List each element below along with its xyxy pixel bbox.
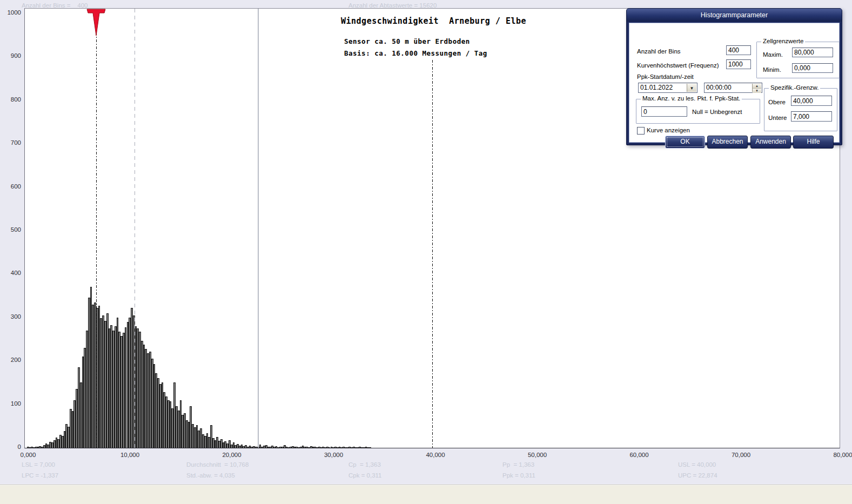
freq-field-label: Kurvenhöchstwert (Frequenz)	[637, 62, 719, 69]
maxpts-input[interactable]	[641, 106, 687, 117]
bins-field-label: Anzahl der Bins	[637, 48, 681, 55]
chart-subtitle-sensor: Sensor ca. 50 m über Erdboden	[344, 37, 470, 45]
y-tick-label: 1000	[2, 9, 21, 16]
max-label: Maxim.	[763, 51, 783, 58]
stat-std: Std.-abw. = 4,035	[186, 472, 235, 479]
min-input[interactable]	[792, 63, 833, 73]
x-tick-label: 0,000	[21, 452, 36, 458]
time-range-toolbar: 11.09.2021 00:00:00 ▲▼ ►◄ ◄► 1 0:00:00 ▼…	[0, 485, 852, 504]
histogram-parameter-dialog: Histogrammparameter Anzahl der Bins Kurv…	[626, 8, 842, 145]
help-button[interactable]: Hilfe	[793, 136, 834, 149]
apply-button[interactable]: Anwenden	[750, 136, 791, 149]
y-tick-label: 100	[2, 400, 21, 407]
lsl-marker-triangle	[86, 9, 106, 37]
y-tick-label: 900	[2, 52, 21, 59]
chart-title: Windgeschwindigkeit Arneburg / Elbe	[341, 16, 526, 26]
y-tick-label: 400	[2, 270, 21, 276]
lsl-line	[96, 11, 97, 448]
samples-note: Anzahl der Abtastwerte = 15620	[348, 2, 437, 9]
max-input[interactable]	[792, 48, 833, 57]
x-tick-label: 30,000	[324, 452, 343, 458]
y-tick-label: 500	[2, 226, 21, 233]
x-tick-label: 60,000	[629, 452, 648, 458]
x-tick-label: 50,000	[528, 452, 547, 458]
stat-cpk: Cpk = 0,311	[348, 472, 381, 479]
stat-mean: Durchschnitt = 10,768	[186, 461, 249, 468]
y-tick-label: 600	[2, 183, 21, 190]
y-tick-label: 200	[2, 357, 21, 363]
mean-line	[135, 9, 135, 448]
chart-subtitle-basis: Basis: ca. 16.000 Messungen / Tag	[344, 49, 487, 57]
upc-line	[258, 9, 259, 448]
y-tick-label: 700	[2, 139, 21, 146]
y-axis-labels: 01002003004005006007008009001000	[0, 0, 24, 504]
spec-limits-group: Spezifik.-Grenzw.	[764, 88, 837, 131]
min-label: Minim.	[763, 66, 781, 73]
curve-checkbox-label: Kurve anzeigen	[647, 127, 690, 133]
y-tick-label: 0	[2, 443, 21, 450]
stat-pp: Pp = 1,363	[502, 461, 534, 468]
lower-input[interactable]	[791, 111, 832, 122]
stat-lpc: LPC = -1,337	[22, 472, 58, 479]
histogram-bar	[369, 447, 371, 448]
x-tick-label: 10,000	[120, 452, 139, 458]
bins-input[interactable]	[726, 45, 751, 55]
x-tick-label: 20,000	[222, 452, 241, 458]
freq-input[interactable]	[726, 59, 751, 69]
bins-note: Anzahl der Bins = 400	[22, 2, 88, 9]
x-axis-labels: 0,00010,00020,00030,00040,00050,00060,00…	[0, 452, 852, 460]
dialog-titlebar[interactable]: Histogrammparameter	[627, 9, 842, 22]
dialog-body: Anzahl der Bins Kurvenhöchstwert (Freque…	[629, 23, 840, 143]
stat-cp: Cp = 1,363	[348, 461, 381, 468]
curve-checkbox[interactable]	[637, 127, 645, 135]
stat-ppk: Ppk = 0,311	[502, 472, 535, 479]
ok-button[interactable]: OK	[665, 136, 705, 149]
y-tick-label: 300	[2, 313, 21, 320]
ppk-time-input[interactable]: 00:00:00 ▲▼	[704, 83, 762, 93]
upper-input[interactable]	[791, 96, 832, 106]
cancel-button[interactable]: Abbrechen	[707, 136, 748, 149]
time-spinner[interactable]: ▲▼	[752, 84, 761, 92]
x-tick-label: 70,000	[732, 452, 750, 458]
date-dropdown-button[interactable]: ▼	[687, 84, 696, 92]
stat-usl: USL = 40,000	[678, 461, 716, 468]
usl-line	[432, 60, 433, 448]
ppk-date-select[interactable]: 01.01.2022 ▼	[638, 83, 697, 93]
lower-label: Untere	[768, 115, 787, 121]
stat-lsl: LSL = 7,000	[22, 461, 55, 468]
x-tick-label: 80,000	[833, 452, 852, 458]
stat-upc: UPC = 22,874	[678, 472, 717, 479]
upper-label: Obere	[768, 99, 786, 105]
y-tick-label: 800	[2, 96, 21, 103]
ppk-start-label: Ppk-Startdatum/-zeit	[637, 73, 694, 80]
x-tick-label: 40,000	[426, 452, 445, 458]
maxpts-hint: Null = Unbegrenzt	[692, 109, 742, 115]
